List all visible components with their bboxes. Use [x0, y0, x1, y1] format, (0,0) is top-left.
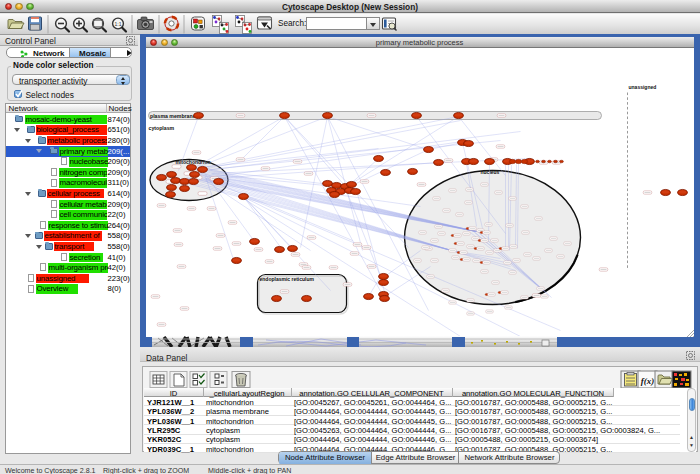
svg-text:1:1: 1:1 [115, 20, 122, 26]
svg-text:cytoplasm: cytoplasm [148, 125, 174, 131]
svg-text:nucleus: nucleus [480, 169, 499, 175]
svg-text:f(x): f(x) [641, 376, 655, 386]
svg-text:unassigned: unassigned [628, 83, 656, 89]
svg-text:endoplasmic reticulum: endoplasmic reticulum [259, 275, 314, 281]
svg-text:plasma membrane: plasma membrane [150, 112, 196, 118]
